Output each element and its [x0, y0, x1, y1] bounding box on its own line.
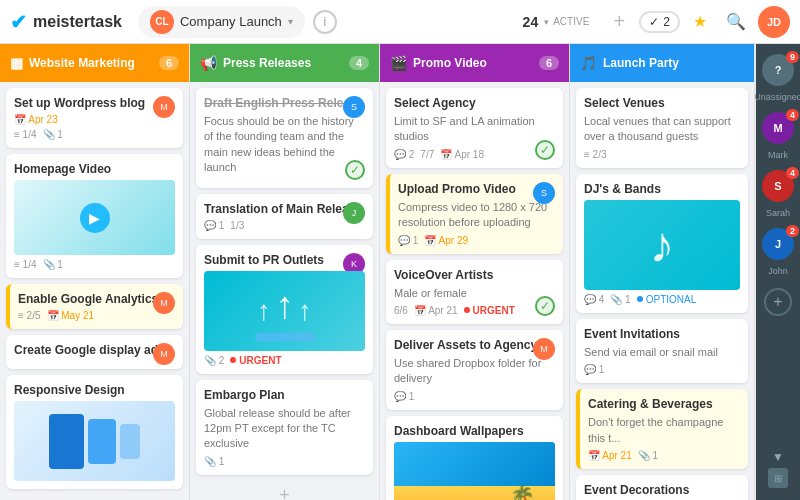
card-dashboard-wallpapers[interactable]: Dashboard Wallpapers 🌴 [386, 416, 563, 500]
card-title-analytics: Enable Google Analytics [18, 292, 175, 306]
notifications-count: 2 [663, 15, 670, 29]
card-meta-agency: 💬 2 7/7 📅 Apr 18 [394, 149, 555, 160]
sidebar-label-unassigned: Unassigned [754, 92, 800, 102]
card-title-embargo: Embargo Plan [204, 388, 365, 402]
card-attach-submit-pr: 📎 2 [204, 355, 224, 366]
card-avatar-display-ad: M [153, 343, 175, 365]
card-check-voiceover: ✓ [535, 296, 555, 316]
card-progress-agency: 7/7 [420, 149, 434, 160]
press-column-title: Press Releases [223, 56, 343, 70]
card-desc-invitations: Send via email or snail mail [584, 345, 740, 360]
add-user-button[interactable]: + [764, 288, 792, 316]
card-desc-deliver: Use shared Dropbox folder for delivery [394, 356, 555, 387]
sidebar-user-unassigned[interactable]: ? 9 [762, 54, 794, 86]
card-comments-upload-promo: 💬 1 [398, 235, 418, 246]
add-button[interactable]: + [603, 6, 635, 38]
active-number: 24 [523, 14, 539, 30]
website-column-title: Website Marketing [29, 56, 153, 70]
project-dropdown-icon: ▾ [288, 16, 293, 27]
urgent-dot-voiceover [464, 307, 470, 313]
card-title-voiceover: VoiceOver Artists [394, 268, 555, 282]
card-check-draft-press: ✓ [345, 160, 365, 180]
card-embargo[interactable]: Embargo Plan Global release should be af… [196, 380, 373, 475]
add-card-press[interactable]: + [196, 481, 373, 500]
card-select-agency[interactable]: ✓ Select Agency Limit to SF and LA anima… [386, 88, 563, 168]
card-attach-wordpress: 📎 1 [43, 129, 63, 140]
sidebar-grid-button[interactable]: ⊞ [768, 468, 788, 488]
card-google-analytics[interactable]: M Enable Google Analytics ≡ 2/5 📅 May 21 [6, 284, 183, 329]
card-draft-press[interactable]: S ✓ Draft English Press Release Focus sh… [196, 88, 373, 188]
card-attach-embargo: 📎 1 [204, 456, 224, 467]
optional-badge-djs: OPTIONAL [637, 294, 697, 305]
right-sidebar: ? 9 Unassigned M 4 Mark S 4 Sarah J 2 Jo… [756, 44, 800, 500]
starred-button[interactable]: ★ [684, 6, 716, 38]
sidebar-user-john[interactable]: J 2 [762, 228, 794, 260]
sidebar-label-mark: Mark [768, 150, 788, 160]
card-meta-catering: 📅 Apr 21 📎 1 [588, 450, 740, 461]
card-desc-venues: Local venues that can support over a tho… [584, 114, 740, 145]
card-meta-upload-promo: 💬 1 📅 Apr 29 [398, 235, 555, 246]
launch-column-title: Launch Party [603, 56, 744, 70]
optional-dot-icon [637, 296, 643, 302]
column-press-releases: 📢 Press Releases 4 S ✓ Draft English Pre… [190, 44, 380, 500]
card-djs-bands[interactable]: DJ's & Bands ♪ 💬 4 📎 1 OPTIONAL [576, 174, 748, 313]
active-label: ACTIVE [553, 16, 589, 27]
card-desc-voiceover: Male or female [394, 286, 555, 301]
card-meta-djs: 💬 4 📎 1 OPTIONAL [584, 294, 740, 305]
card-wordpress-blog[interactable]: M Set up Wordpress blog 📅 Apr 23 ≡ 1/4 📎… [6, 88, 183, 148]
card-google-display-ad[interactable]: M Create Google display ad [6, 335, 183, 369]
card-meta-translation: 💬 1 1/3 [204, 220, 365, 231]
card-meta-venues: ≡ 2/3 [584, 149, 740, 160]
card-title-translation: Translation of Main Release [204, 202, 365, 216]
arrow-left-icon: ↑ [257, 295, 271, 327]
sidebar-collapse-button[interactable]: ▼ [772, 450, 784, 464]
card-date-agency: 📅 Apr 18 [440, 149, 484, 160]
columns-area: ▦ Website Marketing 6 M Set up Wordpress… [0, 44, 756, 500]
info-button[interactable]: i [313, 10, 337, 34]
card-catering[interactable]: Catering & Beverages Don't forget the ch… [576, 389, 748, 469]
card-submit-pr[interactable]: K Submit to PR Outlets ↑ ↑ ↑ 📎 2 UR [196, 245, 373, 374]
card-progress-wordpress: ≡ 1/4 [14, 129, 37, 140]
card-voiceover[interactable]: ✓ VoiceOver Artists Male or female 6/6 📅… [386, 260, 563, 324]
card-meta-analytics: ≡ 2/5 📅 May 21 [18, 310, 175, 321]
column-press-header: 📢 Press Releases 4 [190, 44, 379, 82]
sarah-initials: S [774, 180, 781, 192]
logo-check-icon: ✔ [10, 10, 27, 34]
homepage-video-thumbnail: ▶ [14, 180, 175, 255]
card-date-wordpress: 📅 Apr 23 [14, 114, 58, 125]
website-column-icon: ▦ [10, 55, 23, 71]
active-count-display: 24 ▾ ACTIVE [523, 14, 590, 30]
card-select-venues[interactable]: Select Venues Local venues that can supp… [576, 88, 748, 168]
card-meta-invitations: 💬 1 [584, 364, 740, 375]
card-title-agency: Select Agency [394, 96, 555, 110]
card-deliver-assets[interactable]: M Deliver Assets to Agency Use shared Dr… [386, 330, 563, 410]
card-attach-homepage: 📎 1 [43, 259, 63, 270]
card-meta2-wordpress: ≡ 1/4 📎 1 [14, 129, 175, 140]
sidebar-user-sarah[interactable]: S 4 [762, 170, 794, 202]
card-responsive-design[interactable]: Responsive Design [6, 375, 183, 489]
search-button[interactable]: 🔍 [720, 6, 752, 38]
launch-column-body: Select Venues Local venues that can supp… [570, 82, 754, 500]
card-upload-promo[interactable]: S Upload Promo Video Compress video to 1… [386, 174, 563, 254]
card-title-upload-promo: Upload Promo Video [398, 182, 555, 196]
card-title-decorations: Event Decorations [584, 483, 740, 497]
app-logo: ✔ meistertask [10, 10, 122, 34]
play-button-icon: ▶ [80, 203, 110, 233]
card-homepage-video[interactable]: Homepage Video ▶ ≡ 1/4 📎 1 [6, 154, 183, 278]
sidebar-label-sarah: Sarah [766, 208, 790, 218]
card-event-decorations[interactable]: Event Decorations [576, 475, 748, 500]
project-selector[interactable]: CL Company Launch ▾ [138, 6, 305, 38]
card-check-agency: ✓ [535, 140, 555, 160]
card-event-invitations[interactable]: Event Invitations Send via email or snai… [576, 319, 748, 383]
card-desc-upload-promo: Compress video to 1280 x 720 resolution … [398, 200, 555, 231]
card-comments-translation: 💬 1 [204, 220, 224, 231]
sidebar-label-john: John [768, 266, 788, 276]
djs-bands-image: ♪ [584, 200, 740, 290]
arrow-right-icon: ↑ [298, 295, 312, 327]
card-desc-catering: Don't forget the champagne this t... [588, 415, 740, 446]
user-avatar[interactable]: JD [758, 6, 790, 38]
card-avatar-wordpress: M [153, 96, 175, 118]
sidebar-user-mark[interactable]: M 4 [762, 112, 794, 144]
notifications-badge[interactable]: ✓ 2 [639, 11, 680, 33]
card-translation[interactable]: J Translation of Main Release 💬 1 1/3 [196, 194, 373, 239]
